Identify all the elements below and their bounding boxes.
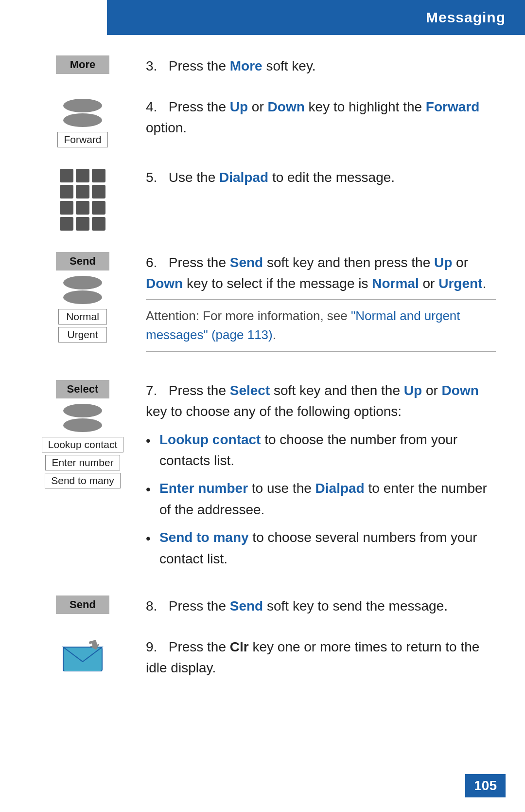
bullet-send-to-many: • Send to many to choose several numbers… (146, 527, 496, 569)
step-5-plain2: to edit the message. (268, 170, 395, 185)
step-4-plain2: key to highlight the (305, 99, 426, 114)
step-4-forward: Forward (426, 99, 479, 114)
step-5-dialpad: Dialpad (219, 170, 268, 185)
send-to-many-label: Send to many (45, 473, 121, 488)
svg-point-2 (63, 276, 102, 289)
step-7-text: 7. Press the Select soft key and then th… (136, 378, 496, 576)
dialpad-icon (60, 169, 105, 231)
step-5-row: 5. Use the Dialpad to edit the message. (29, 165, 496, 233)
more-softkey-button[interactable]: More (56, 55, 109, 74)
send-softkey-button-8[interactable]: Send (56, 595, 109, 614)
step-6-or2: or (419, 276, 438, 291)
step-6-up: Up (434, 255, 452, 270)
step-9-text: 9. Press the Clr key one or more times t… (136, 634, 496, 679)
lookup-contact-label: Lookup contact (42, 437, 123, 452)
step-6-send: Send (230, 255, 263, 270)
step-4-plain1: Press the (169, 99, 230, 114)
enter-number-text1: to use the (248, 481, 315, 496)
normal-label: Normal (58, 309, 107, 325)
page-number: 105 (465, 774, 506, 797)
step-8-plain2: soft key to send the message. (263, 598, 448, 614)
dialpad-bold-7: Dialpad (315, 481, 365, 496)
navpad-icon-7 (58, 403, 107, 433)
navpad-icon-6 (58, 275, 107, 305)
step-6-plain2: soft key and then press the (263, 255, 434, 270)
step-8-icon-col: Send (29, 594, 136, 617)
step-4-icon-col: Forward (29, 94, 136, 147)
bullet-dot-3: • (146, 527, 159, 569)
step-8-text: 8. Press the Send soft key to send the m… (136, 594, 496, 616)
step-3-row: More 3. Press the More soft key. (29, 54, 496, 77)
step-6-row: Send Normal Urgent 6. Press the Send sof… (29, 250, 496, 361)
step-3-more-link: More (230, 58, 262, 73)
step-7-row: Select Lookup contact Enter number Send … (29, 378, 496, 576)
step-4-down: Down (268, 99, 305, 114)
step-9-row: 9. Press the Clr key one or more times t… (29, 634, 496, 679)
content-area: More 3. Press the More soft key. Forward… (0, 44, 525, 725)
attention-box: Attention: For more information, see "No… (146, 299, 496, 352)
svg-point-5 (63, 418, 102, 432)
header-bar: Messaging (107, 0, 525, 35)
step-9-clr: Clr (230, 639, 249, 654)
bullet-text-3: Send to many to choose several numbers f… (159, 527, 496, 569)
svg-point-0 (63, 99, 102, 112)
forward-label: Forward (57, 132, 107, 147)
step-6-period: . (482, 276, 486, 291)
step-7-down: Down (442, 383, 479, 398)
step-9-plain1: Press the (169, 639, 230, 654)
svg-point-4 (63, 404, 102, 417)
enter-number-label: Enter number (45, 455, 120, 470)
send-to-many-bold: Send to many (159, 530, 249, 545)
bullet-dot-2: • (146, 478, 159, 520)
bullet-dot-1: • (146, 429, 159, 471)
step-9-num: 9. (146, 639, 165, 654)
urgent-label: Urgent (58, 327, 107, 343)
step-5-text: 5. Use the Dialpad to edit the message. (136, 165, 496, 188)
step-4-text: 4. Press the Up or Down key to highlight… (136, 94, 496, 139)
step-4-or1: or (248, 99, 267, 114)
svg-point-1 (63, 113, 102, 127)
step-8-plain1: Press the (169, 598, 230, 614)
step-5-icon-col (29, 165, 136, 233)
step-3-plain1: Press the (169, 58, 230, 73)
step-3-num: 3. (146, 58, 165, 73)
step-6-normal: Normal (372, 276, 419, 291)
step-7-plain1: Press the (169, 383, 230, 398)
step-7-select: Select (230, 383, 270, 398)
step-4-row: Forward 4. Press the Up or Down key to h… (29, 94, 496, 147)
step-7-up: Up (404, 383, 422, 398)
header-title: Messaging (426, 9, 506, 26)
attention-text-plain: Attention: For more information, see (146, 308, 351, 323)
step-7-plain2: soft key and then the (270, 383, 404, 398)
step-7-icon-col: Select Lookup contact Enter number Send … (29, 378, 136, 488)
select-softkey-button[interactable]: Select (56, 380, 109, 398)
step-7-plain3: key to choose any of the following optio… (146, 404, 402, 419)
send-softkey-button-6[interactable]: Send (56, 252, 109, 271)
svg-rect-6 (63, 647, 102, 671)
step-3-text: 3. Press the More soft key. (136, 54, 496, 76)
bullet-text-2: Enter number to use the Dialpad to enter… (159, 478, 496, 520)
attention-period: . (273, 327, 276, 342)
step-6-plain3: key to select if the message is (183, 276, 372, 291)
step-8-num: 8. (146, 598, 165, 614)
step-6-plain1: Press the (169, 255, 230, 270)
step-6-text: 6. Press the Send soft key and then pres… (136, 250, 496, 361)
enter-number-bold: Enter number (159, 481, 248, 496)
step-6-icon-col: Send Normal Urgent (29, 250, 136, 343)
bullet-text-1: Lookup contact to choose the number from… (159, 429, 496, 471)
step-8-row: Send 8. Press the Send soft key to send … (29, 594, 496, 617)
step-5-plain1: Use the (169, 170, 219, 185)
step-5-num: 5. (146, 170, 165, 185)
step-7-num: 7. (146, 383, 165, 398)
clr-key-icon (61, 638, 105, 671)
step-4-num: 4. (146, 99, 165, 114)
navpad-icon-4 (58, 98, 107, 127)
step-4-plain3: option. (146, 120, 187, 135)
step-3-icon-col: More (29, 54, 136, 77)
bullet-lookup: • Lookup contact to choose the number fr… (146, 429, 496, 471)
step-6-down: Down (146, 276, 183, 291)
step-8-send: Send (230, 598, 263, 614)
step-6-urgent: Urgent (438, 276, 482, 291)
svg-point-3 (63, 290, 102, 304)
step-6-or1: or (452, 255, 468, 270)
